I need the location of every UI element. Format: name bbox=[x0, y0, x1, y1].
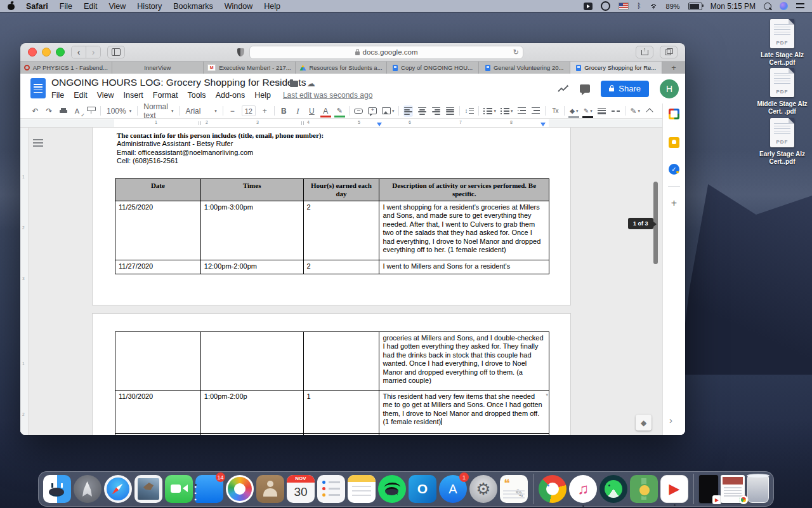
forward-button[interactable]: › bbox=[86, 46, 100, 58]
tab-grocery-shopping-active[interactable]: Grocery Shopping for Re... bbox=[570, 62, 662, 74]
cell-date[interactable]: 11/30/2020 bbox=[115, 391, 201, 434]
dock-finder-icon[interactable] bbox=[43, 475, 71, 503]
decrease-indent-button[interactable] bbox=[517, 105, 527, 117]
column-marker[interactable] bbox=[199, 121, 202, 125]
cell-date[interactable] bbox=[115, 332, 201, 391]
align-center-button[interactable] bbox=[417, 105, 427, 117]
clear-formatting-button[interactable]: Tx bbox=[550, 105, 560, 117]
text-color-button[interactable]: A bbox=[321, 105, 331, 117]
paragraph-style-select[interactable]: Normal text▾ bbox=[142, 102, 174, 120]
dock-video-player-icon[interactable]: ▶ bbox=[660, 475, 688, 503]
privacy-shield-icon[interactable] bbox=[237, 48, 244, 57]
siri-icon[interactable] bbox=[780, 2, 788, 10]
cell-hours[interactable]: 1 bbox=[304, 391, 380, 434]
document-outline-button[interactable] bbox=[33, 139, 43, 148]
cell-times[interactable]: 1:00pm-2:00p bbox=[201, 391, 304, 434]
last-edit-status[interactable]: Last edit was seconds ago bbox=[283, 91, 372, 100]
tab-innerview[interactable]: InnerView bbox=[112, 62, 204, 74]
undo-button[interactable]: ↶ bbox=[30, 105, 40, 117]
align-right-button[interactable] bbox=[431, 105, 441, 117]
print-button[interactable] bbox=[58, 105, 68, 117]
cell-hours[interactable] bbox=[304, 434, 380, 435]
bold-button[interactable]: B bbox=[279, 105, 289, 117]
close-window-button[interactable] bbox=[28, 48, 37, 57]
docs-menu-tools[interactable]: Tools bbox=[187, 91, 206, 100]
document-activity-icon[interactable] bbox=[558, 84, 569, 93]
menu-clock[interactable]: Mon 5:15 PM bbox=[710, 2, 756, 11]
document-page-1[interactable]: The contact info for this person include… bbox=[92, 128, 571, 305]
wifi-icon[interactable] bbox=[650, 3, 658, 10]
docs-menu-insert[interactable]: Insert bbox=[124, 91, 143, 100]
docs-menu-help[interactable]: Help bbox=[254, 91, 271, 100]
spotlight-search-icon[interactable] bbox=[764, 3, 771, 10]
font-family-select[interactable]: Arial▾ bbox=[184, 107, 218, 116]
document-page-2[interactable]: groceries at Millers and Sons, and I dou… bbox=[92, 313, 571, 435]
fill-color-button[interactable]: ◆▾ bbox=[569, 105, 579, 117]
explore-button[interactable]: ◆ bbox=[636, 415, 652, 431]
tab-copy-of-ongoing[interactable]: Copy of ONGOING HOU... bbox=[387, 62, 479, 74]
apple-menu-icon[interactable] bbox=[8, 2, 15, 10]
editing-mode-button[interactable]: ✎▾ bbox=[630, 105, 640, 117]
share-page-button[interactable] bbox=[636, 46, 653, 58]
bulleted-list-button[interactable]: ▾ bbox=[501, 105, 513, 117]
redo-button[interactable]: ↷ bbox=[44, 105, 54, 117]
cell-times[interactable] bbox=[201, 434, 304, 435]
align-left-button[interactable] bbox=[403, 105, 413, 117]
cell-dropdown-icon[interactable]: ▾ bbox=[546, 391, 548, 399]
highlight-color-button[interactable]: ✎ bbox=[335, 105, 344, 117]
account-avatar[interactable]: H bbox=[660, 79, 679, 98]
dock-chrome-icon[interactable] bbox=[539, 475, 566, 503]
open-comments-icon[interactable] bbox=[580, 84, 590, 93]
dock-messages-icon[interactable]: 14 bbox=[195, 475, 223, 503]
dock-campus-portal-icon[interactable] bbox=[630, 475, 658, 503]
insert-link-button[interactable] bbox=[354, 105, 363, 117]
cell-description[interactable]: groceries at Millers and Sons, and I dou… bbox=[379, 332, 549, 391]
dock-system-preferences-icon[interactable]: ⚙ bbox=[469, 475, 497, 503]
document-status-cloud-icon[interactable]: ☁ bbox=[307, 79, 315, 88]
dock-spotify-icon[interactable] bbox=[378, 475, 406, 503]
cell-hours[interactable]: 2 bbox=[304, 201, 380, 260]
address-bar[interactable]: docs.google.com ↻ bbox=[249, 46, 523, 59]
desktop-file-early-stage[interactable]: PDF Early Stage Alz Cert..pdf bbox=[754, 118, 811, 166]
tab-drive-resources[interactable]: Resources for Students a... bbox=[296, 62, 388, 74]
border-dash-button[interactable] bbox=[611, 105, 620, 117]
battery-icon[interactable] bbox=[688, 3, 702, 10]
dock-launchpad-icon[interactable] bbox=[74, 475, 102, 503]
google-keep-icon[interactable] bbox=[669, 137, 679, 148]
cell-description[interactable] bbox=[379, 434, 549, 435]
menu-bookmarks[interactable]: Bookmarks bbox=[173, 2, 213, 11]
cell-times[interactable]: 1:00pm-3:00pm bbox=[201, 201, 304, 260]
cell-date[interactable]: 11/25/2020 bbox=[115, 201, 201, 260]
zoom-select[interactable]: 100%▾ bbox=[105, 107, 133, 116]
increase-indent-button[interactable] bbox=[531, 105, 540, 117]
add-comment-button[interactable] bbox=[368, 105, 377, 117]
dock-mail-icon[interactable] bbox=[134, 475, 162, 503]
dock-text-editor-icon[interactable]: ❝✎ bbox=[500, 475, 528, 503]
bluetooth-icon[interactable]: ᛒ bbox=[637, 3, 641, 10]
menu-file[interactable]: File bbox=[60, 2, 72, 11]
collapse-toolbar-button[interactable] bbox=[645, 105, 654, 117]
minimize-window-button[interactable] bbox=[42, 48, 51, 57]
font-size-value[interactable]: 12 bbox=[242, 105, 256, 116]
document-title[interactable]: ONGOING HOURS LOG: Grocery Shopping for … bbox=[51, 77, 306, 88]
collapse-panel-chevron[interactable]: › bbox=[669, 415, 672, 425]
google-docs-icon[interactable] bbox=[30, 78, 46, 98]
border-width-button[interactable] bbox=[597, 105, 606, 117]
dock-app-store-icon[interactable]: A1 bbox=[439, 475, 467, 503]
increase-font-size-button[interactable]: + bbox=[260, 105, 270, 117]
dock-calendar-icon[interactable]: NOV30 bbox=[287, 475, 315, 503]
justify-button[interactable] bbox=[445, 105, 455, 117]
desktop-file-middle-stage[interactable]: PDF Middle Stage Alz Cert. .pdf bbox=[754, 68, 811, 116]
notification-center-icon[interactable] bbox=[796, 3, 804, 10]
google-tasks-icon[interactable]: ✓ bbox=[669, 164, 679, 175]
star-document-icon[interactable]: ☆ bbox=[274, 79, 281, 88]
cell-description[interactable]: I went to Millers and Sons for a residen… bbox=[379, 260, 549, 274]
dock-safari-icon[interactable] bbox=[104, 475, 132, 503]
cell-description[interactable]: ▾ This resident had very few items that … bbox=[379, 391, 549, 434]
insert-image-button[interactable]: ▾ bbox=[382, 105, 395, 117]
docs-menu-view[interactable]: View bbox=[97, 91, 114, 100]
paint-format-button[interactable] bbox=[86, 105, 96, 117]
tab-ap-physics[interactable]: AP PHYSICS 1 - Fasbend... bbox=[20, 62, 112, 74]
decrease-font-size-button[interactable]: − bbox=[228, 105, 237, 117]
spelling-check-button[interactable]: A✓ bbox=[72, 105, 82, 117]
